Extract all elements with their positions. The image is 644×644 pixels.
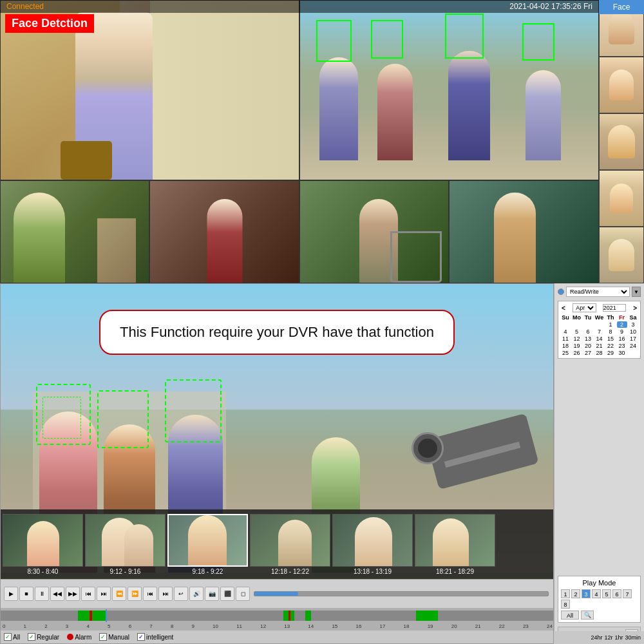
cal-d7[interactable]: 7 bbox=[594, 328, 605, 335]
cal-d6[interactable]: 6 bbox=[583, 328, 593, 335]
cal-d22[interactable]: 22 bbox=[605, 343, 616, 349]
cal-d9[interactable]: 9 bbox=[617, 328, 627, 335]
ctrl-14[interactable]: ⬛ bbox=[220, 587, 234, 601]
rw-dropdown-btn[interactable]: ▼ bbox=[632, 287, 641, 297]
thumb-clip-2[interactable]: 9:12 - 9:16 bbox=[85, 514, 166, 575]
filter-intelligent[interactable]: ✓ intelligent bbox=[137, 633, 173, 641]
time-scale-bar: 24hr 12r 1hr 30min bbox=[554, 631, 644, 644]
thumb-item-5[interactable] bbox=[599, 227, 644, 283]
prev-clip-btn[interactable]: ⏪ bbox=[112, 587, 126, 601]
pm-btn-3[interactable]: 3 bbox=[582, 589, 591, 598]
filter-all[interactable]: ✓ All bbox=[4, 633, 20, 641]
tl-5: 5 bbox=[108, 623, 110, 629]
timeline-bar[interactable]: 0 1 2 3 4 5 6 7 8 9 10 11 12 13 14 15 16… bbox=[1, 608, 554, 630]
cal-d24[interactable]: 24 bbox=[628, 343, 638, 349]
cal-nav-next[interactable]: > bbox=[632, 305, 638, 312]
cal-d23[interactable]: 23 bbox=[617, 343, 627, 349]
progress-bar[interactable] bbox=[254, 591, 549, 596]
cal-d5[interactable]: 5 bbox=[572, 328, 582, 335]
thumb-item-4[interactable] bbox=[599, 170, 644, 227]
stop-btn[interactable]: ■ bbox=[19, 587, 33, 601]
cal-d11[interactable]: 11 bbox=[560, 336, 571, 342]
clip-time-1: 8:30 - 8:40 bbox=[28, 568, 59, 575]
filter-manual[interactable]: ✓ Manual bbox=[99, 633, 129, 641]
face-tab[interactable]: Face bbox=[599, 0, 644, 14]
cal-month-select[interactable]: Apr bbox=[573, 303, 596, 312]
cal-hdr-we: We bbox=[594, 314, 605, 321]
ts-24hr[interactable]: 24hr bbox=[591, 634, 602, 641]
cal-d26[interactable]: 26 bbox=[572, 350, 582, 356]
cal-d19[interactable]: 19 bbox=[572, 343, 582, 349]
cal-w1d6[interactable]: 3 bbox=[628, 321, 638, 328]
rewind-btn[interactable]: ⏮ bbox=[81, 587, 95, 601]
cal-d13[interactable]: 13 bbox=[583, 336, 593, 342]
ts-30min[interactable]: 30min bbox=[625, 634, 641, 641]
fast-fwd-btn[interactable]: ⏭ bbox=[97, 587, 111, 601]
cal-d29[interactable]: 29 bbox=[605, 350, 616, 356]
pm-btn-8[interactable]: 8 bbox=[561, 600, 570, 609]
video-cell-3 bbox=[0, 180, 149, 283]
cal-d25[interactable]: 25 bbox=[560, 350, 571, 356]
cal-w1d2 bbox=[583, 321, 593, 328]
rw-radio[interactable] bbox=[558, 289, 564, 295]
ctrl-9[interactable]: ⏮ bbox=[143, 587, 157, 601]
ctrl-11[interactable]: ↩ bbox=[174, 587, 188, 601]
filter-alarm[interactable]: Alarm bbox=[67, 634, 91, 641]
ctrl-12[interactable]: 🔊 bbox=[189, 587, 204, 601]
cal-w1d4[interactable]: 1 bbox=[605, 321, 616, 328]
cal-d14[interactable]: 14 bbox=[594, 336, 605, 342]
cal-d27[interactable]: 27 bbox=[583, 350, 593, 356]
cal-hdr-th: Th bbox=[605, 314, 616, 321]
thumb-item-2[interactable] bbox=[599, 57, 644, 113]
next-frame-btn[interactable]: ▶▶ bbox=[66, 587, 80, 601]
ctrl-13[interactable]: 📷 bbox=[205, 587, 219, 601]
ts-12hr[interactable]: 12r bbox=[604, 634, 612, 641]
cal-d28[interactable]: 28 bbox=[594, 350, 605, 356]
cal-d20[interactable]: 20 bbox=[583, 343, 593, 349]
thumb-clip-4[interactable]: 12:18 - 12:22 bbox=[250, 514, 330, 575]
cal-nav-prev[interactable]: < bbox=[560, 305, 567, 312]
tl-19: 19 bbox=[428, 623, 433, 629]
play-btn[interactable]: ▶ bbox=[4, 587, 18, 601]
tl-8: 8 bbox=[171, 623, 173, 629]
cal-d16[interactable]: 16 bbox=[617, 336, 627, 342]
pm-btn-6[interactable]: 6 bbox=[612, 589, 621, 598]
pm-search-btn[interactable]: 🔍 bbox=[581, 611, 594, 620]
cal-d21[interactable]: 21 bbox=[594, 343, 605, 349]
thumb-clip-1[interactable]: 8:30 - 8:40 bbox=[3, 514, 83, 575]
tl-17: 17 bbox=[380, 623, 386, 629]
ctrl-10[interactable]: ⏭ bbox=[158, 587, 173, 601]
cal-w1d3 bbox=[594, 321, 605, 328]
cal-d18[interactable]: 18 bbox=[560, 343, 571, 349]
tl-15: 15 bbox=[332, 623, 337, 629]
cal-d12[interactable]: 12 bbox=[572, 336, 582, 342]
rw-select[interactable]: Read/Write bbox=[566, 287, 630, 297]
pm-all-btn[interactable]: All bbox=[561, 611, 579, 620]
pm-btn-4[interactable]: 4 bbox=[592, 589, 601, 598]
cal-d8[interactable]: 8 bbox=[605, 328, 616, 335]
pm-btn-5[interactable]: 5 bbox=[602, 589, 611, 598]
next-clip-btn[interactable]: ⏩ bbox=[128, 587, 142, 601]
thumb-clip-5[interactable]: 13:18 - 13:19 bbox=[332, 514, 413, 575]
cal-d15[interactable]: 15 bbox=[605, 336, 616, 342]
thumb-clip-6[interactable]: 18:21 - 18:29 bbox=[415, 514, 495, 575]
cal-d10[interactable]: 10 bbox=[628, 328, 638, 335]
cal-year-input[interactable] bbox=[603, 304, 626, 312]
pm-btn-2[interactable]: 2 bbox=[571, 589, 580, 598]
pm-btn-1[interactable]: 1 bbox=[561, 589, 570, 598]
play-mode-section: Play Mode 1 2 3 4 5 6 7 8 All 🔍 bbox=[558, 576, 641, 623]
ctrl-15[interactable]: ◻ bbox=[236, 587, 250, 601]
thumb-item-3[interactable] bbox=[599, 113, 644, 170]
cal-d4[interactable]: 4 bbox=[560, 328, 571, 335]
bottom-section: This Function require your DVR have that… bbox=[0, 283, 644, 644]
prev-frame-btn[interactable]: ◀◀ bbox=[50, 587, 64, 601]
pause-btn[interactable]: ⏸ bbox=[35, 587, 49, 601]
cal-w1d5[interactable]: 2 bbox=[617, 321, 627, 328]
thumb-clip-3[interactable]: 9:18 - 9:22 bbox=[167, 514, 248, 575]
pm-btn-7[interactable]: 7 bbox=[623, 589, 632, 598]
ts-1hr[interactable]: 1hr bbox=[614, 634, 623, 641]
filter-regular[interactable]: ✓ Regular bbox=[28, 633, 59, 641]
cal-d17[interactable]: 17 bbox=[628, 336, 638, 342]
cal-d30[interactable]: 30 bbox=[617, 350, 627, 356]
cal-hdr-su: Su bbox=[560, 314, 571, 321]
